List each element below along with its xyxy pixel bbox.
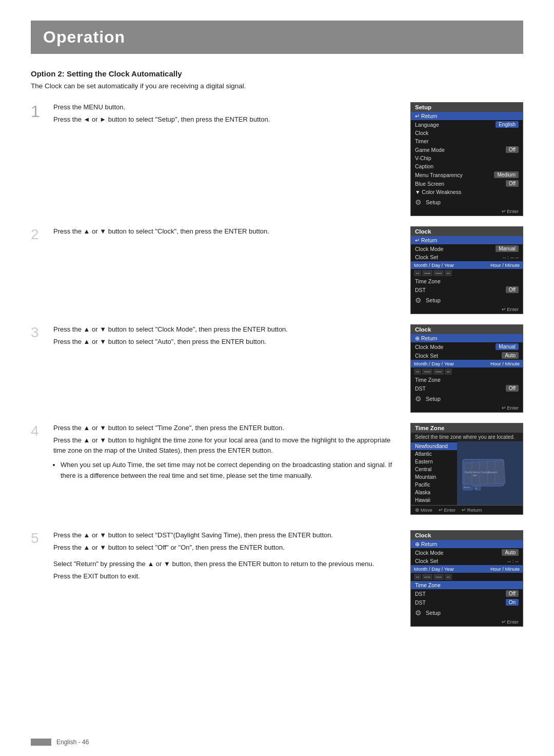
tz-footer: ⊕ Move ↵ Enter ↵ Return [411,505,523,514]
step-4-number: 4 [31,424,53,438]
step-3-line-2: Press the ▲ or ▼ button to select "Auto"… [53,337,400,347]
clock-panel-3: Clock ⊕ Return Clock Mode Auto Clock Set… [410,530,523,627]
tz-body: Newfoundland Atlantic Eastern Central Mo… [411,441,523,505]
step-1-line-1: Press the MENU button. [53,102,400,112]
tz-footer-enter: ↵ Enter [439,507,456,513]
step-4-line-2: Press the ▲ or ▼ button to highlight the… [53,435,400,456]
tz-map: Pacific Moun- tain Central Eastern Alask… [457,441,523,505]
tz-subtitle: Select the time zone where you are locat… [411,433,523,441]
footer-bar [31,739,51,746]
step-4-row: 4 Press the ▲ or ▼ button to select "Tim… [31,423,523,515]
clock2-monthday-bar: Month / Day / Year Hour / Minute [411,360,523,367]
page-title: Operation [43,28,511,47]
setup-clock-row: Clock [411,129,523,137]
step-1-panel: Setup ↵ Return Language English Clock Ti… [410,102,523,216]
step-2-row: 2 Press the ▲ or ▼ button to select "Clo… [31,226,523,314]
timezone-panel: Time Zone Select the time zone where you… [410,423,523,515]
clock3-clockmode-row: Clock Mode Auto [411,548,523,557]
step-5-number: 5 [31,531,53,546]
tz-item-hawaii: Hawaii [411,496,457,504]
clock-panel-1: Clock ↵ Return Clock Mode Manual Clock S… [410,226,523,314]
step-5-text: Press the ▲ or ▼ button to select "DST"(… [53,530,410,584]
step-4-panel: Time Zone Select the time zone where you… [410,423,523,515]
setup-language-row: Language English [411,120,523,129]
step-5-line-1: Press the ▲ or ▼ button to select "DST"(… [53,530,400,540]
clock2-timezone-row: Time Zone [411,376,523,384]
step-5-extra-2: Press the EXIT button to exit. [53,571,400,581]
main-content: Option 2: Setting the Clock Automaticall… [0,54,554,668]
setup-caption-row: Caption [411,162,523,170]
svg-text:tain: tain [473,474,477,477]
clock2-dst-row: DST Off [411,384,523,393]
tz-item-newfoundland: Newfoundland [411,442,457,450]
tz-footer-return: ↵ Return [462,507,482,513]
clock1-return-row: ↵ Return [411,236,523,244]
step-1-number: 1 [31,103,53,120]
clock1-footer-label: Setup [424,297,519,303]
gear-icon-3: ⚙ [415,395,422,403]
svg-text:Eastern: Eastern [488,471,497,474]
clock3-dst-off-row: DST Off [411,589,523,598]
step-4-text: Press the ▲ or ▼ button to select "Time … [53,423,410,481]
gear-icon-4: ⚙ [415,609,422,617]
us-map-svg: Pacific Moun- tain Central Eastern Alask… [462,455,518,491]
step-5-row: 5 Press the ▲ or ▼ button to select "DST… [31,530,523,627]
page-footer: English - 46 [0,739,554,746]
clock1-clockmode-row: Clock Mode Manual [411,244,523,253]
footer-text: English - 46 [56,739,89,746]
clock1-footer: ⚙ Setup [411,294,523,305]
clock1-monthday-cells: -- ---- ---- -- [411,269,523,277]
step-2-line-1: Press the ▲ or ▼ button to select "Clock… [53,226,400,237]
setup-enter-label: ↵ Enter [411,207,523,216]
clock2-clockmode-row: Clock Mode Manual [411,342,523,351]
setup-timer-row: Timer [411,137,523,145]
step-5-extra-1: Select "Return" by pressing the ▲ or ▼ b… [53,559,400,569]
clock2-footer-label: Setup [424,396,519,402]
steps-container: 1 Press the MENU button. Press the ◄ or … [31,102,523,637]
setup-panel: Setup ↵ Return Language English Clock Ti… [410,102,523,216]
tz-footer-move: ⊕ Move [415,507,432,513]
step-3-line-1: Press the ▲ or ▼ button to select "Clock… [53,324,400,335]
tz-item-mountain: Mountain [411,473,457,481]
tz-item-pacific: Pacific [411,481,457,489]
setup-gamemode-row: Game Mode Off [411,145,523,154]
tz-item-atlantic: Atlantic [411,450,457,458]
clock3-clockset-row: Clock Set -- : -- [411,557,523,565]
setup-menutransparency-row: Menu Transparency Medium [411,170,523,179]
clock-panel-1-title: Clock [411,227,523,236]
step-4-bullets: When you set up Auto Time, the set time … [61,460,400,480]
step-4-line-1: Press the ▲ or ▼ button to select "Time … [53,423,400,433]
setup-vchip-row: V-Chip [411,154,523,162]
step-2-panel: Clock ↵ Return Clock Mode Manual Clock S… [410,226,523,314]
clock3-dst-on-row: DST On [411,598,523,607]
clock3-enter-label: ↵ Enter [411,618,523,626]
step-3-text: Press the ▲ or ▼ button to select "Clock… [53,324,410,349]
setup-footer: ⚙ Setup [411,196,523,207]
clock-panel-2-title: Clock [411,325,523,334]
clock-panel-2: Clock ⊕ Return Clock Mode Manual Clock S… [410,324,523,413]
tz-item-central: Central [411,466,457,473]
clock3-monthday-bar: Month / Day / Year Hour / Minute [411,565,523,573]
step-3-panel: Clock ⊕ Return Clock Mode Manual Clock S… [410,324,523,413]
svg-text:Alaska: Alaska [464,486,470,489]
step-3-row: 3 Press the ▲ or ▼ button to select "Clo… [31,324,523,413]
setup-return-row: ↵ Return [411,112,523,120]
clock1-dst-row: DST Off [411,285,523,294]
tz-list: Newfoundland Atlantic Eastern Central Mo… [411,441,457,505]
tz-item-eastern: Eastern [411,458,457,466]
step-5-line-2: Press the ▲ or ▼ button to select "Off" … [53,542,400,553]
clock3-footer-label: Setup [424,610,519,616]
step-1-text: Press the MENU button. Press the ◄ or ► … [53,102,410,127]
setup-footer-label: Setup [424,199,519,205]
clock3-monthday-cells: -- ---- ---- -- [411,573,523,581]
page-header: Operation [31,21,523,54]
setup-panel-title: Setup [411,103,523,112]
clock2-enter-label: ↵ Enter [411,404,523,412]
svg-text:Central: Central [481,471,489,474]
clock3-return-row: ⊕ Return [411,540,523,548]
step-2-number: 2 [31,227,53,242]
clock2-clockset-row: Clock Set Auto [411,351,523,360]
option-heading: Option 2: Setting the Clock Automaticall… [31,69,523,78]
clock1-monthday-bar: Month / Day / Year Hour / Minute [411,261,523,269]
tz-item-alaska: Alaska [411,489,457,496]
